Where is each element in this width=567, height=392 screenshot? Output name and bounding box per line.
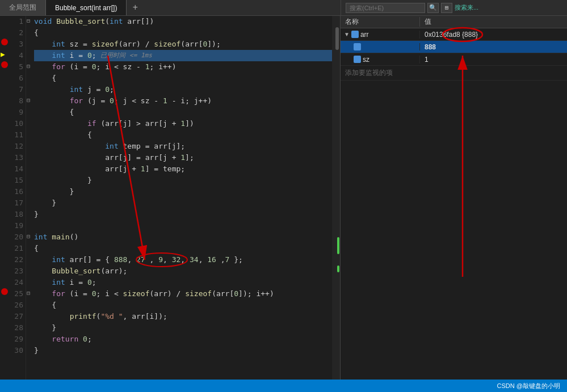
breakpoint-line25[interactable] (1, 288, 8, 295)
code-line-28: } (34, 322, 332, 334)
code-line-17: } (34, 197, 332, 209)
code-line-30: } (34, 345, 332, 356)
breakpoint-line3[interactable] (1, 39, 8, 45)
tab-global-scope[interactable]: 全局范围 (0, 0, 46, 15)
search-icon-btn[interactable]: 🔍 (427, 3, 439, 13)
tab-bar: 全局范围 Bubble_sort(int arr[]) + 🔍 ⊞ 搜索来... (0, 0, 567, 16)
watch-row-sz-value: 1 (420, 56, 567, 64)
code-line-19 (34, 220, 332, 231)
code-panel: ▶ 1 2 3 4 5 6 7 8 9 10 11 12 13 14 15 (0, 16, 341, 380)
fold-btn-1[interactable]: ⊟ (27, 16, 30, 27)
code-line-29: return 0; (34, 334, 332, 345)
watch-row-arr-0-value: 888 (420, 43, 567, 51)
scroll-thumb-green (337, 237, 339, 254)
scroll-thumb-green2 (337, 265, 339, 272)
search-link[interactable]: 搜索来... (455, 3, 478, 12)
code-line-27: printf("%d ", arr[i]); (34, 311, 332, 322)
code-line-10: if (arr[j] > arr[j + 1]) (34, 118, 332, 129)
watch-row-arr-name: ▼ arr (341, 31, 420, 39)
code-line-18: } (34, 209, 332, 220)
code-line-20: int main() (34, 231, 332, 243)
code-line-21: { (34, 243, 332, 254)
code-line-15: } (34, 175, 332, 186)
fold-btn-25[interactable]: ⊟ (27, 288, 30, 300)
tab-add-button[interactable]: + (128, 0, 142, 15)
watch-header-name: 名称 (341, 17, 420, 27)
fold-btn-5[interactable]: ⊟ (27, 61, 30, 73)
tab-bubble-sort[interactable]: Bubble_sort(int arr[]) (46, 0, 127, 15)
arr0-icon (354, 43, 361, 50)
code-line-14: arr[j + 1] = temp; (34, 163, 332, 175)
watch-row-arr-0[interactable]: 888 (341, 41, 567, 53)
code-line-12: int temp = arr[j]; (34, 141, 332, 152)
code-line-26: { (34, 300, 332, 311)
search-input[interactable] (346, 3, 425, 13)
code-content: void Bubble_sort(int arr[]) { int sz = s… (34, 16, 332, 380)
code-line-11: { (34, 129, 332, 141)
watch-header-value: 值 (420, 17, 567, 27)
code-scrollbar[interactable] (332, 16, 340, 380)
breakpoint-line5[interactable] (1, 61, 8, 68)
code-line-13: arr[j] = arr[j + 1]; (34, 152, 332, 163)
status-bar: CSDN @敲键盘的小明 (0, 380, 567, 392)
scroll-thumb[interactable] (335, 27, 339, 50)
fold-column: ⊟ ⊟ ⊟ ⊟ ⊟ (26, 16, 34, 380)
app-container: 全局范围 Bubble_sort(int arr[]) + 🔍 ⊞ 搜索来...… (0, 0, 567, 392)
arr-icon (351, 31, 359, 38)
code-line-23: Bubble_sort(arr); (34, 265, 332, 277)
code-line-9: { (34, 107, 332, 118)
watch-panel: 名称 值 ▼ arr 0x0136fad8 {888} (341, 16, 567, 380)
add-watch-item[interactable]: 添加要监视的项 (341, 66, 567, 81)
watch-row-arr-value: 0x0136fad8 {888} (420, 31, 567, 39)
debug-arrow: ▶ (1, 49, 5, 61)
code-line-24: int i = 0; (34, 277, 332, 288)
fold-btn-20[interactable]: ⊟ (27, 231, 30, 243)
expand-triangle[interactable]: ▼ (344, 31, 350, 37)
watch-toolbar: 🔍 ⊞ 搜索来... (341, 0, 567, 15)
code-line-25: for (i = 0; i < sizeof(arr) / sizeof(arr… (34, 288, 332, 300)
main-area: ▶ 1 2 3 4 5 6 7 8 9 10 11 12 13 14 15 (0, 16, 567, 380)
code-line-1: void Bubble_sort(int arr[]) (34, 16, 332, 27)
code-line-6: { (34, 73, 332, 84)
breakpoint-column: ▶ (0, 16, 9, 380)
sz-icon (354, 56, 361, 63)
line-numbers: 1 2 3 4 5 6 7 8 9 10 11 12 13 14 15 16 1… (9, 16, 26, 380)
code-line-3: int sz = sizeof(arr) / sizeof(arr[0]); (34, 39, 332, 50)
fold-btn-7[interactable]: ⊟ (27, 95, 30, 107)
watch-row-arr-0-name (341, 43, 420, 50)
code-line-22: int arr[] = { 888, 27 , 9, 32, 34, 16 ,7… (34, 254, 332, 265)
code-line-7: int j = 0; (34, 84, 332, 95)
code-line-5: for (i = 0; i < sz - 1; i++) (34, 61, 332, 73)
code-line-8: for (j = 0; j < sz - 1 - i; j++) (34, 95, 332, 107)
watch-header-row: 名称 值 (341, 16, 567, 28)
expand-btn[interactable]: ⊞ (441, 3, 452, 13)
code-line-2: { (34, 27, 332, 39)
status-text: CSDN @敲键盘的小明 (497, 382, 560, 390)
watch-row-sz[interactable]: sz 1 (341, 53, 567, 66)
code-line-16: } (34, 186, 332, 197)
watch-row-arr[interactable]: ▼ arr 0x0136fad8 {888} (341, 28, 567, 41)
code-line-4: int i = 0; 已用时间 <= 1ms (34, 50, 332, 61)
watch-row-sz-name: sz (341, 56, 420, 64)
